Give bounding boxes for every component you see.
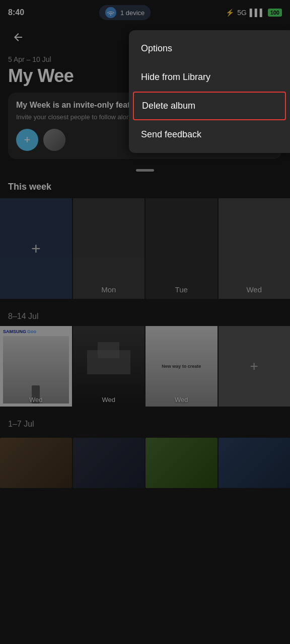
send-feedback-item[interactable]: Send feedback (129, 120, 290, 149)
hide-from-library-item[interactable]: Hide from Library (129, 63, 290, 92)
options-header-label: Options (129, 34, 290, 63)
delete-album-item[interactable]: Delete album (133, 92, 286, 120)
dropdown-menu: Options Hide from Library Delete album S… (129, 30, 290, 153)
